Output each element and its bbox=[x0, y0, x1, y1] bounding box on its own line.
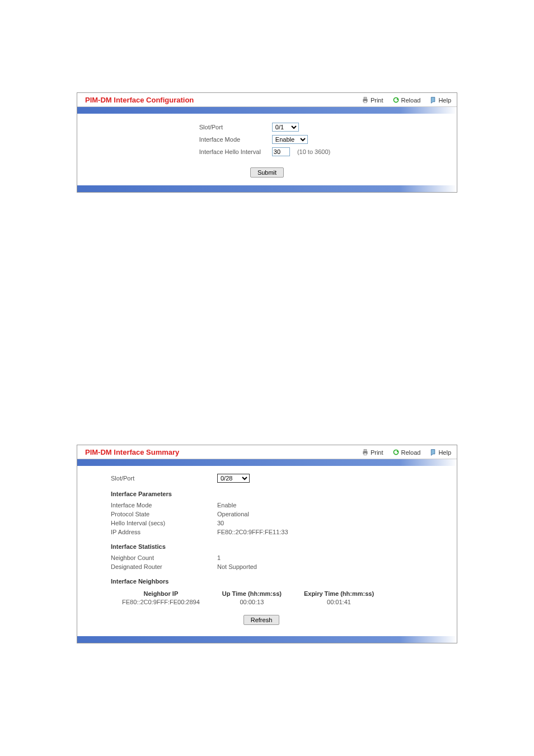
slot-port-label: Slot/Port bbox=[111, 475, 217, 482]
help-label: Help bbox=[438, 449, 451, 456]
interface-parameters-heading: Interface Parameters bbox=[111, 484, 446, 501]
help-icon bbox=[429, 449, 437, 456]
panel-header: PIM-DM Interface Summary Print Reload He… bbox=[77, 445, 457, 459]
config-form: Slot/Port 0/1 Interface Mode Enable Inte… bbox=[198, 120, 336, 158]
hello-interval-value: 30 bbox=[217, 520, 224, 526]
ip-address-label: IP Address bbox=[111, 529, 217, 535]
print-icon bbox=[362, 449, 369, 456]
help-icon bbox=[429, 96, 437, 104]
designated-router-value: Not Supported bbox=[217, 563, 257, 570]
footer-divider-bar bbox=[77, 636, 457, 643]
help-button[interactable]: Help bbox=[429, 449, 451, 456]
expiry-time-cell: 00:01:41 bbox=[293, 598, 385, 606]
print-label: Print bbox=[371, 449, 383, 456]
reload-icon bbox=[392, 96, 400, 104]
neighbor-count-label: Neighbor Count bbox=[111, 554, 217, 561]
panel-actions: Print Reload Help bbox=[362, 96, 451, 104]
reload-icon bbox=[392, 449, 400, 456]
panel-body: Slot/Port 0/1 Interface Mode Enable Inte… bbox=[77, 114, 457, 185]
footer-divider-bar bbox=[77, 185, 457, 192]
panel-header: PIM-DM Interface Configuration Print Rel… bbox=[77, 93, 457, 107]
panel-body: Slot/Port 0/28 Interface Parameters Inte… bbox=[77, 466, 457, 636]
col-up-time: Up Time (hh:mm:ss) bbox=[211, 589, 293, 598]
panel-actions: Print Reload Help bbox=[362, 449, 451, 456]
interface-mode-select[interactable]: Enable bbox=[272, 135, 308, 144]
neighbor-count-value: 1 bbox=[217, 554, 221, 561]
reload-button[interactable]: Reload bbox=[392, 96, 421, 104]
reload-button[interactable]: Reload bbox=[392, 449, 421, 456]
hello-interval-hint: (10 to 3600) bbox=[292, 148, 330, 155]
help-button[interactable]: Help bbox=[429, 96, 451, 104]
svg-rect-5 bbox=[364, 450, 367, 451]
reload-label: Reload bbox=[401, 449, 421, 456]
col-expiry-time: Expiry Time (hh:mm:ss) bbox=[293, 589, 385, 598]
interface-neighbors-heading: Interface Neighbors bbox=[111, 571, 446, 588]
print-button[interactable]: Print bbox=[362, 96, 383, 104]
designated-router-label: Designated Router bbox=[111, 563, 217, 570]
protocol-state-label: Protocol State bbox=[111, 511, 217, 517]
header-divider-bar bbox=[77, 107, 457, 114]
header-divider-bar bbox=[77, 459, 457, 466]
slot-port-select[interactable]: 0/1 bbox=[272, 123, 299, 132]
ip-address-value: FE80::2C0:9FFF:FE11:33 bbox=[217, 529, 288, 535]
submit-button[interactable]: Submit bbox=[250, 167, 284, 178]
pim-dm-interface-summary-panel: PIM-DM Interface Summary Print Reload He… bbox=[77, 445, 457, 643]
reload-label: Reload bbox=[401, 97, 421, 104]
interface-mode-label: Interface Mode bbox=[199, 134, 271, 145]
help-label: Help bbox=[438, 97, 451, 104]
print-icon bbox=[362, 96, 369, 104]
slot-port-label: Slot/Port bbox=[199, 122, 271, 133]
up-time-cell: 00:00:13 bbox=[211, 598, 293, 606]
svg-rect-6 bbox=[364, 453, 367, 455]
refresh-button[interactable]: Refresh bbox=[243, 615, 280, 625]
hello-interval-input[interactable] bbox=[272, 147, 290, 156]
panel-title: PIM-DM Interface Configuration bbox=[85, 96, 194, 104]
protocol-state-value: Operational bbox=[217, 511, 249, 517]
print-button[interactable]: Print bbox=[362, 449, 383, 456]
hello-interval-label: Hello Interval (secs) bbox=[111, 520, 217, 526]
col-neighbor-ip: Neighbor IP bbox=[111, 589, 211, 598]
slot-port-select[interactable]: 0/28 bbox=[217, 474, 250, 483]
neighbor-ip-cell: FE80::2C0:9FFF:FE00:2894 bbox=[111, 598, 211, 606]
neighbors-table: Neighbor IP Up Time (hh:mm:ss) Expiry Ti… bbox=[111, 589, 385, 606]
svg-rect-1 bbox=[364, 97, 367, 99]
panel-title: PIM-DM Interface Summary bbox=[85, 448, 179, 456]
hello-interval-label: Interface Hello Interval bbox=[199, 146, 271, 157]
interface-statistics-heading: Interface Statistics bbox=[111, 536, 446, 553]
print-label: Print bbox=[371, 97, 383, 104]
svg-rect-2 bbox=[364, 101, 367, 102]
pim-dm-interface-config-panel: PIM-DM Interface Configuration Print Rel… bbox=[77, 92, 457, 193]
interface-mode-value: Enable bbox=[217, 502, 236, 508]
table-header-row: Neighbor IP Up Time (hh:mm:ss) Expiry Ti… bbox=[111, 589, 385, 598]
interface-mode-label: Interface Mode bbox=[111, 502, 217, 508]
table-row: FE80::2C0:9FFF:FE00:2894 00:00:13 00:01:… bbox=[111, 598, 385, 606]
